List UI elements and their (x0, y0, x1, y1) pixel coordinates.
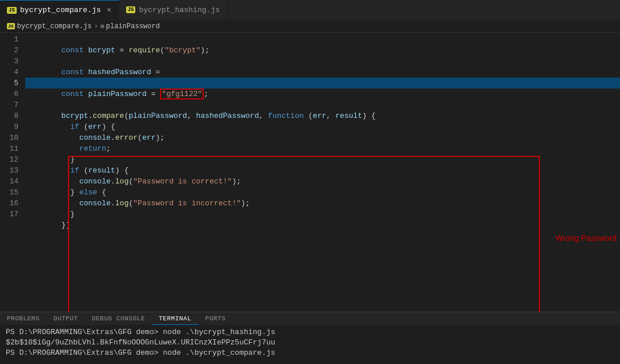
tab-bar: JS bycrypt_compare.js × JS bycrypt_hashi… (0, 0, 620, 20)
panel-tab-output[interactable]: OUTPUT (47, 312, 85, 325)
code-line-8: if (err) { (25, 110, 620, 121)
editor-area: 1 2 3 4 5 6 7 8 9 10 11 12 13 14 15 16 1… (0, 33, 620, 312)
ln-7: 7 (5, 99, 18, 110)
ln-10: 10 (5, 132, 18, 143)
breadcrumb-symbol-container: ⊙ plainPassword (100, 22, 159, 30)
ln-15: 15 (5, 187, 18, 198)
code-line-10: return; (25, 132, 620, 143)
code-line-15: console.log("Password is incorrect!"); (25, 187, 620, 198)
ln-2: 2 (5, 45, 18, 56)
breadcrumb-sep: › (94, 22, 98, 30)
code-lines[interactable]: const bcrypt = require("bcrypt"); const … (23, 33, 620, 312)
tab-label-1: bycrypt_compare.js (20, 6, 101, 14)
tab-label-2: bycrypt_hashing.js (139, 6, 219, 14)
terminal-line-3: PS D:\PROGRAMMING\Extras\GFG demo> node … (6, 348, 614, 358)
breadcrumb-js-icon: JS (7, 23, 15, 29)
ln-3: 3 (5, 56, 18, 67)
wrong-password-label: Wrong Password (556, 233, 620, 244)
terminal-line-2: $2b$10$iGg/9uZhbLVhl.BkFnfNoOOOGnLuweX.U… (6, 338, 614, 348)
breadcrumb: JS bycrypt_compare.js › ⊙ plainPassword (0, 20, 620, 33)
panel-tabs: PROBLEMS OUTPUT DEBUG CONSOLE TERMINAL P… (0, 312, 620, 325)
code-line-3: const hashedPassword = (25, 56, 620, 67)
panel-tab-problems[interactable]: PROBLEMS (0, 312, 47, 325)
tab-bycrypt-compare[interactable]: JS bycrypt_compare.js × (0, 0, 119, 20)
panel-tab-ports[interactable]: PORTS (199, 312, 233, 325)
ln-12: 12 (5, 154, 18, 165)
code-line-2 (25, 45, 620, 56)
code-line-12: if (result) { (25, 154, 620, 165)
bottom-panel: PROBLEMS OUTPUT DEBUG CONSOLE TERMINAL P… (0, 312, 620, 364)
tab-bycrypt-hashing[interactable]: JS bycrypt_hashing.js (119, 0, 227, 20)
js-icon-tab1: JS (7, 7, 17, 14)
ln-17: 17 (5, 209, 18, 220)
ln-16: 16 (5, 198, 18, 209)
code-line-16: } (25, 198, 620, 209)
ln-9: 9 (5, 121, 18, 132)
js-icon-tab2: JS (126, 6, 136, 13)
code-line-17: }) (25, 209, 620, 220)
terminal-highlighted-line: Password is incorrect! (6, 358, 614, 364)
ln-14: 14 (5, 176, 18, 187)
panel-tab-terminal[interactable]: TERMINAL (152, 312, 199, 325)
ln-13: 13 (5, 165, 18, 176)
code-line-6 (25, 89, 620, 99)
code-line-13: console.log("Password is correct!"); (25, 165, 620, 176)
code-line-5: const plainPassword = "gfg1122"; (25, 78, 620, 89)
ln-4: 4 (5, 67, 18, 78)
code-line-11: } (25, 143, 620, 154)
code-container: 1 2 3 4 5 6 7 8 9 10 11 12 13 14 15 16 1… (0, 33, 620, 312)
code-line-4: 💡 "$2b$10$iGg/9uZhbLVhl.BkFnfNoOOOGnLuwe… (25, 67, 620, 78)
ln-1: 1 (5, 34, 18, 45)
code-line-1: const bcrypt = require("bcrypt"); (25, 34, 620, 45)
code-line-14: } else { (25, 176, 620, 187)
breadcrumb-symbol: plainPassword (106, 22, 160, 30)
tab-close-1[interactable]: × (106, 6, 111, 15)
ln-5: 5 (5, 78, 18, 89)
ln-11: 11 (5, 143, 18, 154)
ln-8: 8 (5, 110, 18, 121)
breadcrumb-symbol-icon: ⊙ (100, 22, 104, 30)
code-line-7: bcrypt.compare(plainPassword, hashedPass… (25, 99, 620, 110)
line-numbers: 1 2 3 4 5 6 7 8 9 10 11 12 13 14 15 16 1… (0, 33, 23, 312)
code-line-9: console.error(err); (25, 121, 620, 132)
breadcrumb-file: bycrypt_compare.js (17, 22, 92, 30)
terminal-line-1: PS D:\PROGRAMMING\Extras\GFG demo> node … (6, 327, 614, 338)
ln-6: 6 (5, 89, 18, 99)
terminal-content[interactable]: PS D:\PROGRAMMING\Extras\GFG demo> node … (0, 325, 620, 364)
panel-tab-debug[interactable]: DEBUG CONSOLE (85, 312, 151, 325)
